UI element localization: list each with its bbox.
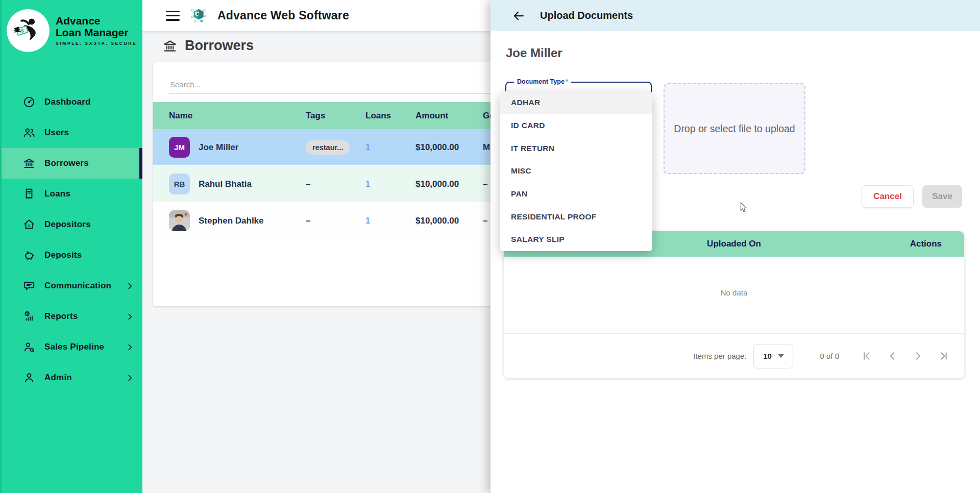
loans-count-link[interactable]: 1: [365, 216, 370, 226]
sidebar-item-communication[interactable]: Communication: [2, 270, 142, 301]
items-per-page-label: Items per page:: [693, 352, 746, 360]
column-header-tags: Tags: [306, 111, 365, 121]
panel-header: Upload Documents: [491, 0, 980, 31]
column-header-name: Name: [169, 111, 306, 121]
sidebar-item-sales-pipeline[interactable]: Sales Pipeline: [2, 332, 142, 362]
company-hexagon-icon: [189, 6, 208, 26]
tag-chip: restaur...: [306, 140, 350, 155]
amount-value: $10,000.00: [415, 179, 483, 189]
chevron-right-icon: [126, 374, 134, 382]
brand-logo: $ Advance Loan Manager SIMPLE. SASTA. SE…: [2, 0, 142, 61]
cancel-button[interactable]: Cancel: [862, 185, 914, 208]
bank-icon: [22, 157, 36, 170]
piggy-bank-icon: [22, 249, 36, 262]
brand-tagline: SIMPLE. SASTA. SECURE: [56, 41, 137, 46]
chevron-down-icon: [778, 354, 784, 358]
save-button[interactable]: Save: [922, 185, 962, 208]
tags-empty: –: [306, 216, 310, 226]
paginator: Items per page: 10 0 of 0: [504, 333, 964, 378]
app-root: $ Advance Loan Manager SIMPLE. SASTA. SE…: [0, 0, 980, 493]
no-data-text: No data: [504, 288, 964, 297]
doc-type-option-adhar[interactable]: ADHAR: [500, 91, 652, 114]
page-range-text: 0 of 0: [820, 352, 839, 360]
users-icon: [22, 126, 36, 139]
sidebar: $ Advance Loan Manager SIMPLE. SASTA. SE…: [0, 0, 142, 493]
sidebar-nav: DashboardUsersBorrowersLoans$DepositorsD…: [2, 87, 142, 393]
amount-value: $10,000.00: [415, 142, 483, 153]
app-title: Advance Web Software: [217, 9, 349, 22]
brand-line1: Advance: [56, 15, 137, 27]
sidebar-item-admin[interactable]: Admin: [2, 362, 142, 393]
bank-icon: [162, 38, 178, 54]
sidebar-item-deposits[interactable]: Deposits: [2, 240, 142, 270]
person-icon: [22, 371, 36, 384]
chevron-right-icon: [126, 312, 134, 321]
column-header-amount: Amount: [415, 111, 483, 121]
previous-page-icon[interactable]: [886, 350, 899, 362]
chevron-right-icon: [126, 343, 134, 352]
uploaded-on-column-header: Uploaded On: [707, 231, 761, 257]
speedometer-icon: [22, 95, 36, 109]
tags-empty: –: [306, 179, 310, 189]
avatar: JM: [169, 137, 190, 158]
person-search-icon: [22, 340, 36, 354]
sidebar-item-label: Sales Pipeline: [44, 342, 104, 352]
back-arrow-icon[interactable]: [512, 9, 525, 22]
borrower-name: Rahul Bhatia: [199, 179, 252, 189]
home-dollar-icon: $: [22, 218, 36, 231]
report-chart-icon: [22, 310, 36, 323]
sidebar-item-reports[interactable]: Reports: [2, 301, 142, 332]
panel-borrower-name: Joe Miller: [506, 46, 562, 60]
sidebar-item-label: Deposits: [44, 250, 82, 260]
sidebar-item-dashboard[interactable]: Dashboard: [2, 87, 142, 117]
page-title-row: Borrowers: [162, 38, 254, 54]
upload-documents-panel: Upload Documents Joe Miller Document Typ…: [491, 0, 980, 493]
doc-type-option-misc[interactable]: MISC: [500, 160, 652, 183]
doc-type-option-pan[interactable]: PAN: [500, 183, 652, 206]
amount-value: $10,000.00: [415, 216, 483, 226]
sidebar-item-label: Dashboard: [44, 97, 91, 107]
borrower-name: Joe Miller: [199, 142, 238, 153]
brand-logo-icon: $: [7, 9, 50, 52]
sidebar-item-depositors[interactable]: $Depositors: [2, 209, 142, 240]
sidebar-item-label: Loans: [44, 189, 70, 199]
sidebar-item-label: Depositors: [44, 219, 91, 230]
first-page-icon[interactable]: [861, 350, 873, 362]
loans-count-link[interactable]: 1: [365, 179, 370, 189]
column-header-loans: Loans: [365, 111, 415, 121]
sidebar-item-loans[interactable]: Loans: [2, 179, 142, 209]
sidebar-item-label: Admin: [44, 373, 72, 383]
avatar: [169, 210, 190, 231]
sidebar-item-label: Users: [44, 128, 69, 138]
brand-text: Advance Loan Manager SIMPLE. SASTA. SECU…: [56, 15, 137, 46]
sidebar-item-label: Reports: [44, 311, 78, 322]
sidebar-item-users[interactable]: Users: [2, 117, 142, 148]
sidebar-item-borrowers[interactable]: Borrowers: [2, 148, 142, 179]
sidebar-item-label: Communication: [44, 281, 111, 291]
actions-column-header: Actions: [910, 231, 942, 257]
sidebar-item-label: Borrowers: [44, 158, 89, 168]
doc-type-option-id-card[interactable]: ID CARD: [500, 114, 652, 137]
chat-bubble-icon: [22, 279, 36, 292]
file-dropzone[interactable]: Drop or select file to upload: [664, 83, 805, 174]
items-per-page-select[interactable]: 10: [753, 344, 793, 368]
next-page-icon[interactable]: [912, 350, 924, 362]
dropzone-text: Drop or select file to upload: [674, 123, 795, 135]
documents-card: Uploaded On Actions No data Items per pa…: [504, 231, 964, 378]
avatar: RB: [169, 174, 190, 194]
document-type-label: Document Type*: [514, 78, 571, 85]
last-page-icon[interactable]: [937, 350, 950, 362]
chevron-right-icon: [126, 282, 134, 290]
page-title: Borrowers: [185, 38, 254, 54]
borrower-name: Stephen Dahlke: [199, 216, 264, 226]
items-per-page-value: 10: [763, 352, 772, 360]
required-asterisk: *: [566, 78, 568, 85]
doc-type-option-residential-proof[interactable]: RESIDENTIAL PROOF: [500, 205, 652, 228]
doc-type-option-salary-slip[interactable]: SALARY SLIP: [500, 228, 652, 251]
panel-title: Upload Documents: [540, 10, 633, 21]
svg-text:$: $: [28, 224, 31, 228]
document-type-dropdown: ADHARID CARDIT RETURNMISCPANRESIDENTIAL …: [500, 91, 652, 251]
loans-count-link[interactable]: 1: [365, 142, 370, 152]
hamburger-menu-icon[interactable]: [166, 11, 180, 21]
doc-type-option-it-return[interactable]: IT RETURN: [500, 137, 652, 160]
